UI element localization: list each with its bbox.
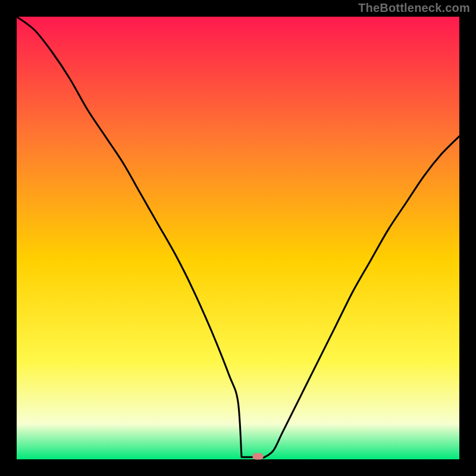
chart-gradient-bg (17, 17, 459, 459)
bottleneck-chart (0, 0, 476, 476)
balance-point-marker (253, 453, 264, 460)
chart-stage: TheBottleneck.com (0, 0, 476, 476)
watermark-text: TheBottleneck.com (358, 1, 470, 15)
